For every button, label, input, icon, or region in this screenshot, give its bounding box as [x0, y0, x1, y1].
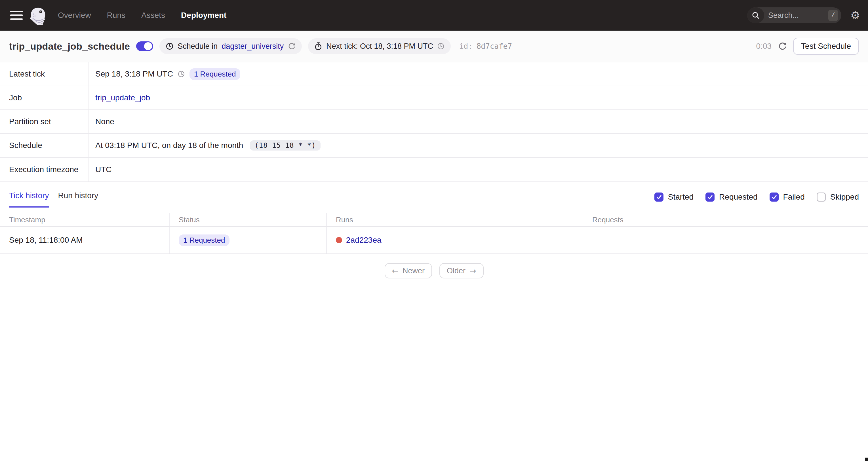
next-tick-pill: Next tick: Oct 18, 3:18 PM UTC	[308, 38, 451, 54]
checkbox-failed[interactable]	[770, 193, 779, 202]
column-header-requests: Requests	[583, 213, 868, 226]
search-icon	[747, 7, 764, 23]
clock-icon	[166, 42, 174, 50]
next-tick-text: Next tick: Oct 18, 3:18 PM UTC	[326, 42, 433, 51]
stopwatch-icon	[314, 42, 322, 51]
arrow-left-icon: ←	[392, 266, 399, 275]
cell-runs: 2ad223ea	[327, 227, 583, 254]
detail-row-partition-set: Partition set None	[0, 110, 868, 134]
column-header-runs: Runs	[327, 213, 583, 226]
schedule-id: id: 8d7cafe7	[459, 42, 512, 51]
detail-label: Job	[0, 86, 89, 109]
partition-set-value: None	[95, 117, 114, 126]
filter-label: Skipped	[830, 193, 859, 202]
pagination: ← Newer Older →	[0, 263, 868, 278]
detail-label: Partition set	[0, 110, 89, 133]
latest-tick-time: Sep 18, 3:18 PM UTC	[95, 69, 173, 78]
cell-timestamp: Sep 18, 11:18:00 AM	[0, 227, 169, 254]
nav-item-assets[interactable]: Assets	[141, 11, 165, 20]
detail-row-timezone: Execution timezone UTC	[0, 158, 868, 182]
checkbox-requested[interactable]	[706, 193, 715, 202]
top-nav: Overview Runs Assets Deployment Search..…	[0, 0, 868, 31]
filter-label: Failed	[783, 193, 805, 202]
status-filters: Started Requested Failed Skipped	[654, 193, 859, 206]
column-header-timestamp: Timestamp	[0, 213, 169, 226]
test-schedule-button[interactable]: Test Schedule	[793, 38, 859, 55]
schedule-details: Latest tick Sep 18, 3:18 PM UTC 1 Reques…	[0, 62, 868, 182]
cron-expression-badge: (18 15 18 * *)	[250, 140, 320, 151]
newer-button[interactable]: ← Newer	[385, 263, 432, 278]
table-row: Sep 18, 11:18:00 AM 1 Requested 2ad223ea	[0, 227, 868, 254]
detail-row-latest-tick: Latest tick Sep 18, 3:18 PM UTC 1 Reques…	[0, 62, 868, 86]
filter-label: Requested	[719, 193, 757, 202]
search-placeholder: Search...	[768, 11, 828, 20]
filter-label: Started	[668, 193, 693, 202]
history-tabs: Tick history Run history	[9, 191, 98, 207]
tick-history-table: Timestamp Status Runs Requests Sep 18, 1…	[0, 212, 868, 254]
cell-requests	[583, 227, 868, 254]
page-title: trip_update_job_schedule	[9, 41, 130, 52]
column-header-status: Status	[169, 213, 327, 226]
nav-item-runs[interactable]: Runs	[107, 11, 125, 20]
dagster-logo-icon[interactable]	[28, 6, 48, 25]
schedule-description: At 03:18 PM UTC, on day 18 of the month	[95, 141, 243, 150]
schedule-location-prefix: Schedule in	[178, 42, 218, 51]
checkbox-skipped[interactable]	[817, 193, 826, 202]
hamburger-menu-icon[interactable]	[10, 11, 23, 20]
detail-label: Execution timezone	[0, 158, 89, 182]
table-header: Timestamp Status Runs Requests	[0, 213, 868, 227]
checkbox-started[interactable]	[654, 193, 663, 202]
code-location-link[interactable]: dagster_university	[221, 42, 284, 51]
gear-icon[interactable]: ⚙	[850, 10, 860, 21]
schedule-location-pill: Schedule in dagster_university	[159, 38, 302, 54]
title-bar: trip_update_job_schedule Schedule in dag…	[0, 31, 868, 62]
nav-item-overview[interactable]: Overview	[58, 11, 91, 20]
filter-started[interactable]: Started	[654, 193, 693, 202]
history-tabs-row: Tick history Run history Started Request…	[0, 191, 868, 207]
timezone-clock-icon[interactable]	[178, 70, 185, 78]
schedule-enabled-toggle[interactable]	[136, 41, 153, 51]
id-label: id:	[459, 42, 472, 51]
corner-artifact	[865, 458, 868, 461]
search-shortcut-key: /	[828, 10, 838, 21]
job-link[interactable]: trip_update_job	[95, 93, 150, 102]
cell-status: 1 Requested	[169, 227, 327, 254]
detail-row-schedule: Schedule At 03:18 PM UTC, on day 18 of t…	[0, 134, 868, 158]
detail-row-job: Job trip_update_job	[0, 86, 868, 110]
tab-tick-history[interactable]: Tick history	[9, 191, 49, 207]
arrow-right-icon: →	[469, 266, 476, 275]
older-button[interactable]: Older →	[439, 263, 484, 278]
timezone-clock-icon[interactable]	[437, 42, 444, 50]
detail-label: Latest tick	[0, 62, 89, 86]
reload-location-icon[interactable]	[288, 42, 296, 50]
refresh-countdown: 0:03	[756, 42, 772, 51]
filter-skipped[interactable]: Skipped	[817, 193, 859, 202]
primary-nav: Overview Runs Assets Deployment	[58, 11, 226, 20]
id-value: 8d7cafe7	[476, 42, 512, 51]
run-failed-dot-icon	[336, 237, 342, 243]
refresh-icon[interactable]	[778, 42, 787, 51]
timezone-value: UTC	[95, 165, 112, 174]
search-input[interactable]: Search... /	[747, 7, 841, 23]
latest-tick-status-badge: 1 Requested	[189, 68, 240, 80]
filter-failed[interactable]: Failed	[770, 193, 805, 202]
tick-status-badge: 1 Requested	[179, 234, 229, 246]
nav-item-deployment[interactable]: Deployment	[181, 11, 226, 20]
tab-run-history[interactable]: Run history	[58, 191, 98, 207]
filter-requested[interactable]: Requested	[706, 193, 757, 202]
run-id-link[interactable]: 2ad223ea	[346, 236, 381, 245]
detail-label: Schedule	[0, 134, 89, 157]
